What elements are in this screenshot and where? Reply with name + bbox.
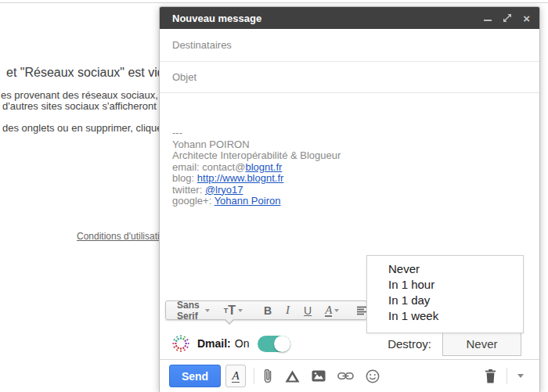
dmail-toggle[interactable]	[258, 336, 290, 352]
insert-photo-button[interactable]	[312, 370, 326, 382]
font-size-select[interactable]: TT	[224, 304, 246, 318]
background-text-fragment: d'autres sites sociaux s'afficheront ici…	[2, 100, 159, 112]
background-text-fragment: es provenant des réseaux sociaux, des	[1, 89, 159, 101]
minimize-icon[interactable]	[484, 20, 492, 21]
terms-of-use-link[interactable]: Conditions d'utilisation	[77, 231, 159, 242]
background-heading-fragment: et "Réseaux sociaux" est vide	[6, 66, 159, 80]
trash-icon	[485, 369, 496, 383]
bold-button[interactable]: B	[264, 304, 272, 317]
signature-email-line: email: contact@blognt.fr	[172, 162, 527, 174]
signature-separator: ---	[172, 128, 527, 139]
dmail-status: On	[235, 337, 250, 350]
background-text-fragment: des onglets ou en supprimer, cliquez s	[2, 122, 159, 134]
destroy-dropdown-menu: Never In 1 hour In 1 day In 1 week	[366, 255, 524, 333]
recipients-placeholder: Destinataires	[172, 39, 232, 51]
send-button[interactable]: Send	[169, 365, 221, 387]
font-family-select[interactable]: Sans Serif	[171, 300, 213, 322]
destroy-option-1-hour[interactable]: In 1 hour	[367, 277, 523, 293]
photo-icon	[312, 370, 326, 382]
popout-icon[interactable]	[503, 13, 512, 23]
blog-link[interactable]: http://www.blognt.fr	[197, 172, 284, 184]
destroy-option-1-week[interactable]: In 1 week	[367, 308, 523, 324]
signature-gplus-line: google+: Yohann Poiron	[172, 196, 527, 207]
formatting-options-button[interactable]: A	[225, 365, 246, 387]
drive-icon	[285, 370, 300, 383]
formatting-toolbar: Sans Serif TT B I U A	[165, 300, 367, 320]
signature-role: Architecte Interopérabilité & Blogueur	[172, 150, 527, 162]
underline-button[interactable]: U	[304, 304, 312, 317]
attach-file-button[interactable]	[262, 367, 273, 385]
compose-window: Nouveau message × Destinataires Objet --…	[159, 6, 540, 392]
signature-name: Yohann POIRON	[172, 139, 527, 151]
dmail-label: Dmail:	[197, 337, 231, 350]
signature-block: --- Yohann POIRON Architecte Interopérab…	[172, 128, 527, 207]
insert-emoji-button[interactable]	[366, 369, 380, 383]
destroy-option-1-day[interactable]: In 1 day	[367, 293, 523, 308]
link-icon	[337, 372, 354, 380]
more-options-icon[interactable]	[517, 374, 524, 381]
email-link[interactable]: blognt.fr	[245, 161, 282, 173]
emoji-icon	[366, 369, 380, 383]
compose-bottom-toolbar: Send A	[160, 360, 539, 392]
dmail-logo-icon	[171, 333, 191, 354]
close-icon[interactable]: ×	[523, 13, 530, 24]
chevron-down-icon	[238, 309, 243, 315]
insert-drive-button[interactable]	[285, 370, 300, 383]
signature-blog-line: blog: http://www.blognt.fr	[172, 173, 527, 185]
twitter-link[interactable]: @lryo17	[205, 184, 243, 196]
compose-title: Nouveau message	[172, 13, 261, 24]
text-color-button[interactable]: A	[319, 304, 342, 317]
insert-link-button[interactable]	[337, 372, 354, 380]
chevron-down-icon	[205, 309, 210, 315]
compose-titlebar[interactable]: Nouveau message ×	[160, 7, 539, 29]
subject-placeholder: Objet	[172, 71, 196, 83]
destroy-option-never[interactable]: Never	[367, 261, 523, 277]
destroy-select-button[interactable]: Never	[442, 332, 521, 356]
signature-twitter-line: twitter: @lryo17	[172, 185, 527, 196]
chevron-down-icon	[334, 309, 339, 315]
subject-field[interactable]: Objet	[160, 62, 539, 93]
discard-draft-button[interactable]	[485, 369, 496, 383]
recipients-field[interactable]: Destinataires	[160, 29, 539, 62]
destroy-label: Destroy:	[388, 337, 431, 351]
background-page: et "Réseaux sociaux" est vide es provena…	[0, 0, 159, 392]
paperclip-icon	[262, 367, 273, 385]
gplus-link[interactable]: Yohann Poiron	[215, 195, 281, 207]
italic-button[interactable]: I	[286, 304, 290, 317]
